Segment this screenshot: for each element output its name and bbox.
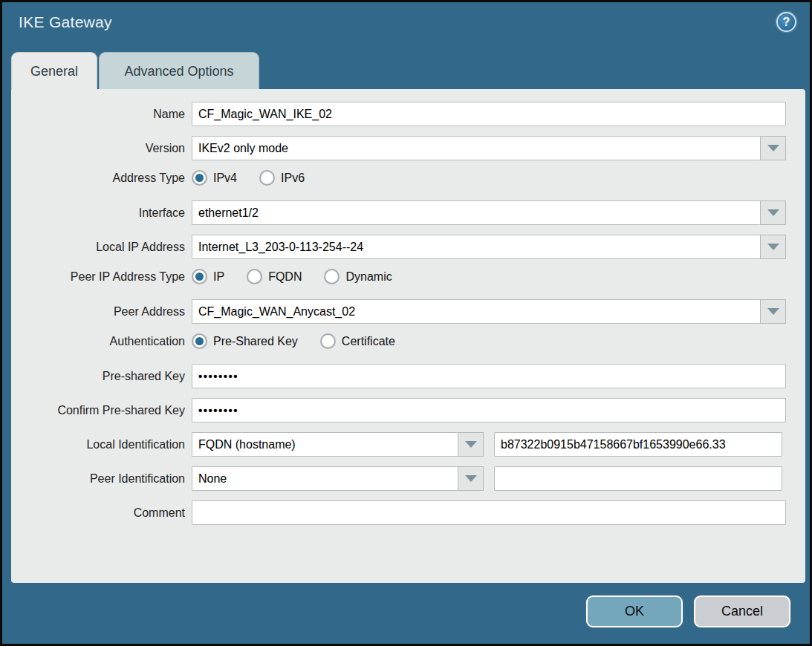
ike-gateway-dialog: IKE Gateway ? General Advanced Options N… <box>0 0 812 646</box>
peer-id-type-dropdown <box>192 466 484 491</box>
local-ip-dropdown-button[interactable] <box>760 235 786 259</box>
version-row: Version <box>11 136 805 160</box>
peer-address-input[interactable] <box>192 299 760 324</box>
address-type-label: Address Type <box>11 172 192 185</box>
pre-shared-key-radio-label: Pre-Shared Key <box>213 335 298 348</box>
chevron-down-icon <box>465 441 477 448</box>
ip-radio-label: IP <box>213 270 224 284</box>
interface-dropdown-button[interactable] <box>760 200 786 225</box>
chevron-down-icon <box>767 244 779 250</box>
version-dropdown <box>192 136 786 160</box>
address-type-ipv6-option[interactable]: IPv6 <box>259 170 305 186</box>
interface-dropdown <box>192 200 786 225</box>
pre-shared-key-label: Pre-shared Key <box>11 370 192 383</box>
peer-address-row: Peer Address <box>11 299 805 324</box>
version-dropdown-button[interactable] <box>760 136 786 160</box>
address-type-ipv4-option[interactable]: IPv4 <box>192 170 237 186</box>
local-id-type-dropdown-button[interactable] <box>458 432 484 457</box>
peer-type-ip-option[interactable]: IP <box>192 269 224 284</box>
version-input[interactable] <box>192 136 760 160</box>
chevron-down-icon <box>767 308 779 315</box>
interface-label: Interface <box>11 206 192 220</box>
local-identification-label: Local Identification <box>11 438 192 451</box>
local-id-value-input[interactable] <box>494 432 782 457</box>
confirm-pre-shared-key-input[interactable] <box>192 398 786 422</box>
local-ip-label: Local IP Address <box>11 241 192 254</box>
version-label: Version <box>11 142 192 155</box>
peer-address-dropdown-button[interactable] <box>760 299 786 324</box>
local-ip-row: Local IP Address <box>11 235 805 259</box>
authentication-label: Authentication <box>11 335 192 348</box>
local-identification-row: Local Identification <box>11 432 805 457</box>
help-icon[interactable]: ? <box>776 12 796 32</box>
peer-type-dynamic-option[interactable]: Dynamic <box>324 269 392 284</box>
chevron-down-icon <box>767 145 779 151</box>
interface-input[interactable] <box>192 200 760 225</box>
dialog-title: IKE Gateway <box>19 13 112 31</box>
ok-button[interactable]: OK <box>586 596 683 627</box>
peer-address-label: Peer Address <box>11 305 192 319</box>
peer-id-value-input[interactable] <box>494 466 782 491</box>
dialog-titlebar: IKE Gateway ? <box>2 2 810 44</box>
comment-input[interactable] <box>192 500 786 525</box>
ipv4-radio-label: IPv4 <box>213 172 237 185</box>
comment-row: Comment <box>11 500 805 525</box>
peer-identification-row: Peer Identification <box>11 466 805 491</box>
interface-row: Interface <box>11 200 805 225</box>
dynamic-radio-label: Dynamic <box>345 270 392 284</box>
fqdn-radio[interactable] <box>247 269 262 284</box>
ipv6-radio[interactable] <box>259 170 275 186</box>
peer-type-fqdn-option[interactable]: FQDN <box>247 269 302 284</box>
fqdn-radio-label: FQDN <box>268 270 302 284</box>
address-type-row: Address Type IPv4 IPv6 <box>11 170 805 186</box>
ipv6-radio-label: IPv6 <box>281 172 305 185</box>
tab-advanced-options[interactable]: Advanced Options <box>99 52 259 90</box>
pre-shared-key-input[interactable] <box>192 364 786 388</box>
tab-general[interactable]: General <box>11 52 97 90</box>
pre-shared-key-radio[interactable] <box>192 333 207 349</box>
comment-label: Comment <box>11 506 192 520</box>
peer-identification-label: Peer Identification <box>11 472 192 486</box>
local-ip-dropdown <box>192 235 786 259</box>
name-label: Name <box>11 108 192 121</box>
peer-id-type-input[interactable] <box>192 466 458 491</box>
dynamic-radio[interactable] <box>324 269 340 284</box>
certificate-radio[interactable] <box>320 333 336 349</box>
peer-ip-type-label: Peer IP Address Type <box>11 270 192 284</box>
name-row: Name <box>11 102 805 126</box>
local-id-type-input[interactable] <box>192 432 458 457</box>
certificate-radio-label: Certificate <box>342 335 395 348</box>
peer-id-type-dropdown-button[interactable] <box>458 466 484 491</box>
confirm-pre-shared-key-label: Confirm Pre-shared Key <box>11 404 192 417</box>
ipv4-radio[interactable] <box>192 170 207 186</box>
auth-certificate-option[interactable]: Certificate <box>320 333 395 349</box>
tab-bar: General Advanced Options <box>11 52 259 90</box>
confirm-pre-shared-key-row: Confirm Pre-shared Key <box>11 398 805 422</box>
chevron-down-icon <box>767 209 779 216</box>
peer-address-dropdown <box>192 299 786 324</box>
authentication-row: Authentication Pre-Shared Key Certificat… <box>11 333 805 349</box>
ip-radio[interactable] <box>192 269 207 284</box>
chevron-down-icon <box>465 475 477 482</box>
pre-shared-key-row: Pre-shared Key <box>11 364 805 388</box>
auth-psk-option[interactable]: Pre-Shared Key <box>192 333 298 349</box>
dialog-footer: OK Cancel <box>586 596 790 627</box>
cancel-button[interactable]: Cancel <box>694 596 790 627</box>
general-tab-panel: Name Version Address Type IPv4 <box>11 89 805 583</box>
peer-ip-type-row: Peer IP Address Type IP FQDN Dynamic <box>11 269 805 284</box>
name-input[interactable] <box>192 102 786 126</box>
local-ip-input[interactable] <box>192 235 760 259</box>
local-id-type-dropdown <box>192 432 484 457</box>
